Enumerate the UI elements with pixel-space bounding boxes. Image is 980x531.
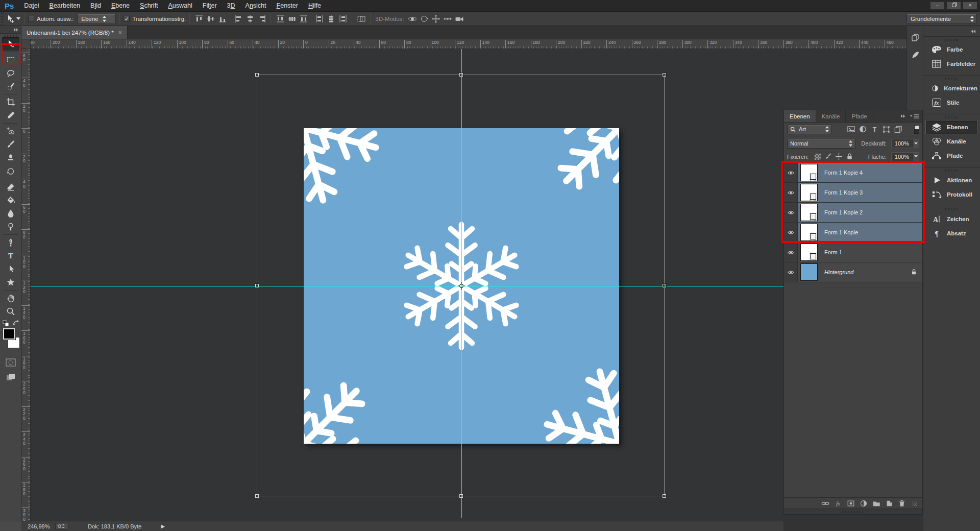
pen-tool[interactable]: [2, 236, 19, 249]
filter-type-layers-button[interactable]: [869, 125, 879, 134]
3d-rotate-button[interactable]: [407, 14, 418, 23]
menu-3d[interactable]: 3D: [222, 0, 240, 11]
tools-panel-grip[interactable]: [0, 34, 21, 37]
panel-collapse-chevrons-icon[interactable]: [900, 114, 906, 118]
layer-row-form-1-kopie-3[interactable]: Form 1 Kopie 3: [784, 183, 922, 203]
panel-button-aktionen[interactable]: Aktionen: [925, 173, 978, 187]
transform-handle-top-left[interactable]: [255, 73, 259, 77]
filter-adjustment-layers-button[interactable]: [857, 125, 868, 134]
align-vertical-centers-button[interactable]: [205, 14, 216, 23]
3d-camera-button[interactable]: [454, 14, 465, 23]
layer-thumbnail[interactable]: [800, 224, 818, 241]
delete-layer-button[interactable]: [897, 499, 906, 508]
workspace-switcher[interactable]: Grundelemente: [906, 14, 977, 24]
panel-resize-grip[interactable]: [912, 501, 917, 506]
transform-handle-middle-right[interactable]: [663, 284, 666, 287]
restore-button[interactable]: [946, 2, 961, 10]
panel-button-absatz[interactable]: Absatz: [925, 226, 978, 240]
quick-mask-button[interactable]: [4, 357, 18, 368]
auto-select-target-dropdown[interactable]: Ebene: [77, 14, 116, 24]
distribute-right-edges-button[interactable]: [337, 14, 348, 23]
lock-pixels-button[interactable]: [824, 152, 832, 161]
blur-tool[interactable]: [2, 207, 19, 220]
dock-collapse-button[interactable]: [923, 26, 980, 36]
transform-handle-bottom-right[interactable]: [663, 494, 666, 498]
options-bar-grip[interactable]: [1, 13, 4, 25]
collapsed-panel-button-2[interactable]: [909, 49, 922, 62]
layer-filter-toggle[interactable]: [914, 125, 919, 134]
foreground-color-swatch[interactable]: [3, 328, 15, 340]
layer-row-hintergrund[interactable]: Hintergrund: [784, 262, 922, 282]
layer-row-form-1-kopie-2[interactable]: Form 1 Kopie 2: [784, 203, 922, 223]
panel-tab-kanale[interactable]: Kanäle: [816, 110, 846, 122]
align-right-edges-button[interactable]: [256, 14, 267, 23]
menu-ansicht[interactable]: Ansicht: [240, 0, 272, 11]
filter-pixel-layers-button[interactable]: [846, 125, 856, 134]
layer-row-form-1-kopie[interactable]: Form 1 Kopie: [784, 223, 922, 243]
dock-group-grip[interactable]: [923, 76, 980, 81]
layer-thumbnail[interactable]: [800, 244, 818, 261]
ruler-origin-box[interactable]: [21, 39, 31, 49]
transform-controls-checkbox[interactable]: ✓ Transformationsstrg.: [124, 16, 186, 22]
layer-visibility-toggle[interactable]: [784, 163, 798, 182]
dock-group-grip[interactable]: [923, 167, 980, 173]
opacity-dropdown-button[interactable]: [912, 139, 919, 148]
menu-schrift[interactable]: Schrift: [135, 0, 163, 11]
lasso-tool[interactable]: [2, 66, 19, 80]
layer-thumbnail[interactable]: [800, 164, 818, 181]
panel-button-ebenen[interactable]: Ebenen: [925, 120, 978, 134]
panel-button-zeichen[interactable]: Zeichen: [925, 212, 978, 226]
collapsed-panel-button-1[interactable]: [909, 31, 922, 44]
transform-handle-bottom-center[interactable]: [459, 494, 463, 498]
panel-button-pfade[interactable]: Pfade: [925, 149, 978, 163]
3d-pan-button[interactable]: [431, 14, 442, 23]
add-layer-mask-button[interactable]: [846, 499, 855, 508]
distribute-bottom-edges-button[interactable]: [298, 14, 309, 23]
align-horizontal-centers-button[interactable]: [244, 14, 255, 23]
menu-filter[interactable]: Filter: [198, 0, 222, 11]
history-brush-tool[interactable]: [2, 164, 19, 178]
panel-button-protokoll[interactable]: Protokoll: [925, 187, 978, 202]
menu-datei[interactable]: Datei: [19, 0, 44, 11]
distribute-horizontal-centers-button[interactable]: [326, 14, 336, 23]
swap-colors-icon[interactable]: [13, 320, 19, 326]
layer-visibility-toggle[interactable]: [784, 183, 798, 202]
tools-panel-header[interactable]: [0, 26, 21, 34]
filter-shape-layers-button[interactable]: [881, 125, 891, 134]
filter-smart-objects-button[interactable]: [893, 125, 903, 134]
close-button[interactable]: ×: [963, 2, 977, 10]
auto-align-layers-button[interactable]: [356, 14, 366, 23]
layer-row-form-1-kopie-4[interactable]: Form 1 Kopie 4: [784, 163, 922, 183]
distribute-top-edges-button[interactable]: [275, 14, 285, 23]
layer-visibility-toggle[interactable]: [784, 262, 798, 282]
panel-button-korrekturen[interactable]: Korrekturen: [925, 81, 978, 95]
opacity-field[interactable]: 100%: [891, 139, 919, 148]
menu-ebene[interactable]: Ebene: [106, 0, 135, 11]
panel-button-farbfelder[interactable]: Farbfelder: [925, 57, 978, 71]
tab-close-icon[interactable]: ×: [118, 29, 122, 36]
transform-handle-bottom-left[interactable]: [255, 494, 259, 498]
custom-shape-tool[interactable]: [2, 276, 19, 289]
lock-transparency-button[interactable]: [813, 152, 822, 161]
menu-fenster[interactable]: Fenster: [272, 0, 303, 11]
path-selection-tool[interactable]: [2, 262, 19, 276]
document-tab[interactable]: Unbenannt-1 bei 247% (RGB/8) * ×: [21, 26, 128, 39]
layer-thumbnail[interactable]: [800, 263, 818, 281]
brush-tool[interactable]: [2, 138, 19, 151]
status-menu-arrow[interactable]: ▶: [161, 523, 165, 529]
transform-handle-top-center[interactable]: [459, 73, 463, 77]
horizontal-ruler[interactable]: 2202001801601401201008060402002040608010…: [31, 39, 906, 49]
layer-thumbnail[interactable]: [800, 204, 818, 221]
transform-handle-middle-left[interactable]: [255, 284, 259, 287]
new-group-button[interactable]: [872, 499, 880, 508]
default-colors-icon[interactable]: [3, 320, 9, 327]
link-layers-button[interactable]: [821, 499, 829, 508]
move-tool[interactable]: [2, 37, 19, 51]
distribute-left-edges-button[interactable]: [314, 14, 325, 23]
menu-bild[interactable]: Bild: [85, 0, 106, 11]
quick-selection-tool[interactable]: [2, 80, 19, 93]
panel-button-stile[interactable]: Stile: [925, 95, 978, 110]
layer-filter-dropdown[interactable]: Art: [787, 125, 832, 134]
transform-controls-checkbox-box[interactable]: ✓: [124, 16, 130, 22]
eraser-tool[interactable]: [2, 180, 19, 194]
